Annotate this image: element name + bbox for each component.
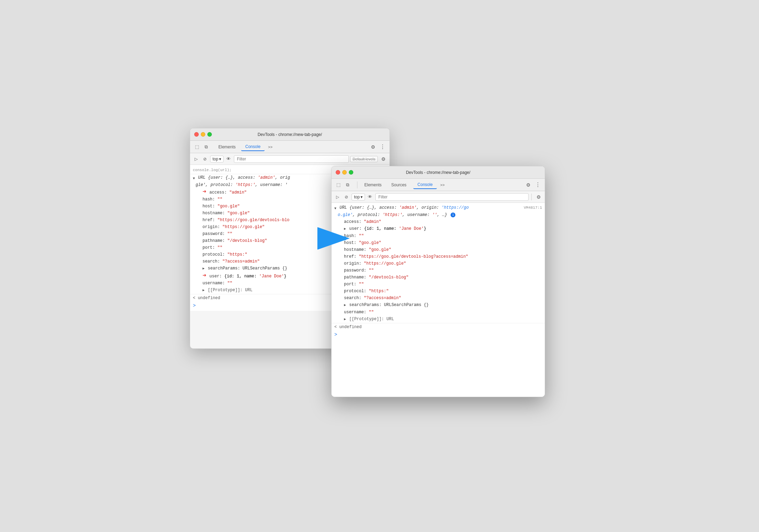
info-icon-front[interactable]: i bbox=[451, 213, 455, 217]
layers-icon-back[interactable]: ⧉ bbox=[202, 143, 210, 151]
access-line-front: access: "admin" bbox=[332, 218, 545, 225]
origin-line-front: origin: "https://goo.gle" bbox=[332, 260, 545, 267]
close-button-back[interactable] bbox=[194, 132, 199, 137]
layers-icon-front[interactable]: ⧉ bbox=[343, 181, 352, 189]
toolbar-divider-front bbox=[531, 194, 532, 200]
tab-elements-back[interactable]: Elements bbox=[214, 143, 240, 151]
expand-url-arrow[interactable]: ▼ bbox=[193, 177, 195, 180]
password-line-front: password: "" bbox=[332, 267, 545, 274]
more-icon-front[interactable]: ⋮ bbox=[534, 181, 542, 189]
cursor-icon-front[interactable]: ⬚ bbox=[334, 181, 343, 189]
hash-line-front: hash: "" bbox=[332, 233, 545, 239]
top-dropdown-back[interactable]: top ▾ bbox=[210, 156, 224, 162]
tab-elements-front[interactable]: Elements bbox=[360, 181, 386, 189]
default-levels-back[interactable]: Default levels bbox=[350, 156, 378, 162]
filter-input-back[interactable] bbox=[234, 155, 349, 163]
console-gear-front[interactable]: ⚙ bbox=[534, 193, 543, 201]
host-line-front: host: "goo.gle" bbox=[332, 239, 545, 246]
dropdown-arrow-front: ▾ bbox=[361, 195, 363, 199]
minimize-button-front[interactable] bbox=[342, 170, 347, 175]
expand-prototype-back[interactable]: ▶ bbox=[203, 288, 205, 292]
ban-icon-back[interactable]: ⊘ bbox=[201, 155, 209, 163]
eye-icon-back[interactable]: 👁 bbox=[225, 155, 233, 163]
console-content-front: VM4817:1 ▼ URL {user: {…}, access: 'admi… bbox=[332, 203, 545, 397]
tab-icons-back: ⬚ ⧉ bbox=[193, 143, 210, 151]
truncated-text: console.log(url); bbox=[193, 168, 231, 172]
expand-url-front[interactable]: ▼ bbox=[334, 207, 336, 210]
cursor-icon-back[interactable]: ⬚ bbox=[193, 143, 201, 151]
more-icon-back[interactable]: ⋮ bbox=[378, 143, 387, 151]
prompt-line-front[interactable]: > bbox=[332, 331, 545, 338]
settings-icon-front[interactable]: ⚙ bbox=[524, 181, 532, 189]
devtools-window-front: DevTools - chrome://new-tab-page/ ⬚ ⧉ El… bbox=[331, 166, 545, 397]
url-obj-line-front: VM4817:1 ▼ URL {user: {…}, access: 'admi… bbox=[332, 204, 545, 211]
top-label-front: top bbox=[354, 195, 360, 199]
expand-prototype-front[interactable]: ▶ bbox=[344, 317, 346, 321]
divider-front bbox=[357, 181, 357, 188]
tab-console-front[interactable]: Console bbox=[413, 181, 437, 189]
window-title-back: DevTools - chrome://new-tab-page/ bbox=[258, 132, 322, 137]
console-toolbar-back: ▷ ⊘ top ▾ 👁 Default levels ⚙ bbox=[190, 153, 390, 165]
tab-more-back[interactable]: >> bbox=[266, 144, 275, 150]
prototype-line-front: ▶ [[Prototype]]: URL bbox=[332, 316, 545, 323]
tab-icons-front: ⬚ ⧉ bbox=[334, 181, 352, 189]
tab-more-front[interactable]: >> bbox=[438, 181, 447, 188]
settings-icon-back[interactable]: ⚙ bbox=[369, 143, 377, 151]
port-line-front: port: "" bbox=[332, 281, 545, 288]
title-bar-front: DevTools - chrome://new-tab-page/ bbox=[332, 166, 545, 179]
maximize-button-front[interactable] bbox=[349, 170, 353, 175]
username-line-front: username: "" bbox=[332, 309, 545, 316]
tab-sources-front[interactable]: Sources bbox=[387, 181, 411, 189]
ban-icon-front[interactable]: ⊘ bbox=[343, 193, 350, 201]
clear-icon-front[interactable]: ▷ bbox=[334, 193, 341, 201]
url-obj-line2-front: o.gle', protocol: 'https:', username: ''… bbox=[332, 211, 545, 218]
filter-input-front[interactable] bbox=[375, 193, 529, 201]
href-line-front: href: "https://goo.gle/devtools-blog?acc… bbox=[332, 253, 545, 260]
maximize-button-back[interactable] bbox=[207, 132, 212, 137]
window-title-front: DevTools - chrome://new-tab-page/ bbox=[406, 170, 471, 175]
undefined-line-front: < undefined bbox=[332, 323, 545, 331]
eye-icon-front[interactable]: 👁 bbox=[366, 193, 374, 201]
console-toolbar-front: ▷ ⊘ top ▾ 👁 ⚙ bbox=[332, 191, 545, 203]
hostname-line-front: hostname: "goo.gle" bbox=[332, 246, 545, 253]
vm-badge: VM4817:1 bbox=[524, 205, 542, 211]
pathname-line-front: pathname: "/devtools-blog" bbox=[332, 274, 545, 281]
red-arrow-1: ➜ bbox=[203, 189, 206, 195]
top-label-back: top bbox=[213, 157, 218, 161]
clear-icon-back[interactable]: ▷ bbox=[192, 155, 200, 163]
expand-searchparams-back[interactable]: ▶ bbox=[203, 267, 205, 270]
dropdown-arrow-back: ▾ bbox=[219, 157, 221, 161]
expand-searchparams-front[interactable]: ▶ bbox=[344, 303, 346, 307]
traffic-lights-back bbox=[194, 132, 212, 137]
tab-console-back[interactable]: Console bbox=[241, 143, 265, 151]
title-bar-back: DevTools - chrome://new-tab-page/ bbox=[190, 128, 390, 141]
protocol-line-front: protocol: "https:" bbox=[332, 288, 545, 295]
close-button-front[interactable] bbox=[336, 170, 340, 175]
console-gear-back[interactable]: ⚙ bbox=[379, 155, 387, 163]
red-arrow-2: ➜ bbox=[203, 273, 206, 279]
traffic-lights-front bbox=[336, 170, 353, 175]
minimize-button-back[interactable] bbox=[201, 132, 205, 137]
tabs-row-back: ⬚ ⧉ Elements Console >> ⚙ ⋮ bbox=[190, 141, 390, 153]
user-line-front: ▶ user: {id: 1, name: 'Jane Doe'} bbox=[332, 225, 545, 233]
search-line-front: search: "?access=admin" bbox=[332, 295, 545, 302]
searchparams-line-front: ▶ searchParams: URLSearchParams {} bbox=[332, 302, 545, 309]
top-dropdown-front[interactable]: top ▾ bbox=[352, 194, 365, 200]
tabs-row-front: ⬚ ⧉ Elements Sources Console >> ⚙ ⋮ bbox=[332, 179, 545, 191]
blue-arrow bbox=[317, 227, 352, 250]
